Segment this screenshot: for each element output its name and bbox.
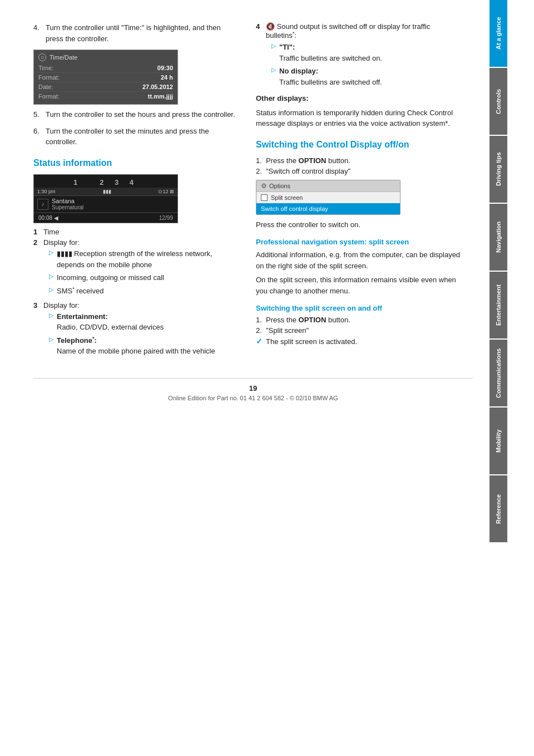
arrow-icon-3-1: ▷ [49, 312, 53, 319]
page-number: 19 [33, 384, 473, 392]
status-track-info: Santana Supernatural [52, 198, 83, 210]
left-column: 4. Turn the controller until "Time:" is … [33, 22, 239, 361]
legend-label-1: Time [43, 228, 59, 236]
ti-label: "TI": [279, 43, 295, 51]
format2-value: tt.mm.jjjj [148, 93, 173, 100]
status-section-title: Status information [33, 158, 239, 169]
sidebar-tab-mobility[interactable]: Mobility [490, 408, 507, 474]
bullet-2-3: ▷ SMS* received [49, 286, 239, 297]
screen-row-date: Date: 27.05.2012 [38, 82, 173, 92]
sidebar-tab-entertainment[interactable]: Entertainment [490, 272, 507, 338]
entertainment-text: Radio, CD/DVD, external devices [57, 323, 164, 331]
pro-nav-p2: On the split screen, this information re… [256, 274, 462, 296]
options-item-split-label: Split screen [271, 194, 303, 201]
bullet-text-2-3: SMS* received [57, 286, 239, 297]
status-signal: ▮▮▮ [103, 189, 111, 194]
entertainment-label: Entertainment: [57, 312, 108, 321]
ti-text: "TI": Traffic bulletins are switched on. [279, 42, 462, 63]
ti-bullet: ▷ "TI": Traffic bulletins are switched o… [271, 42, 462, 63]
step-5-text: Turn the controller to set the hours and… [46, 109, 239, 120]
legend-item-2: 2 Display for: ▷ ▮▮▮▮Reception strength … [33, 238, 239, 298]
nodisplay-label: No display: [279, 67, 318, 75]
track-name: Santana [52, 198, 83, 204]
format1-value: 24 h [161, 74, 173, 81]
date-label: Date: [38, 84, 72, 90]
bullet-3-1: ▷ Entertainment: Radio, CD/DVD, external… [49, 311, 215, 333]
sidebar: At a glance Controls Driving tips Naviga… [490, 0, 507, 756]
track-duration: 00:08 ◀ [38, 215, 58, 221]
nodisplay-text: No display: Traffic bulletins are switch… [279, 66, 462, 87]
other-displays-text: Status information is temporarily hidden… [256, 107, 462, 129]
date-value: 27.05.2012 [142, 84, 173, 90]
legend: 1 Time 2 Display for: ▷ ▮▮▮▮Reception st… [33, 228, 239, 359]
track-num: 12/99 [159, 215, 173, 221]
switch-step-2-text: "Switch off control display" [266, 167, 350, 175]
legend-num-1: 1 [33, 228, 43, 236]
split-step-1-num: 1. [256, 316, 266, 324]
legend-num-2: 2 [33, 238, 43, 247]
switch-step-1-text: Press the OPTION button. [266, 156, 350, 165]
bullet-2-1: ▷ ▮▮▮▮Reception strength of the wireless… [49, 248, 239, 270]
split-screen-subtitle: Switching the split screen on and off [256, 304, 462, 312]
bullet-3-2: ▷ Telephone*: Name of the mobile phone p… [49, 335, 215, 357]
status-bar: 1:30 pm ▮▮▮ ⊙12 ⊠ [34, 188, 177, 196]
time-date-screen: ⊙ Time/Date Time: 09:30 Format: 24 h Dat… [33, 50, 178, 105]
status-bottom: 00:08 ◀ 12/99 [34, 213, 177, 223]
legend-item-3: 3 Display for: ▷ Entertainment: Radio, C… [33, 301, 239, 359]
pro-nav-p1: Additional information, e.g. from the co… [256, 249, 462, 271]
bullet-text-3-1: Entertainment: Radio, CD/DVD, external d… [57, 311, 215, 333]
switch-step-2-num: 2. [256, 167, 266, 175]
screen-row-format1: Format: 24 h [38, 73, 173, 82]
split-step-2-text: "Split screen" [266, 326, 309, 335]
time-value: 09:30 [157, 65, 173, 71]
track-album: Supernatural [52, 204, 83, 210]
arrow-icon-2-1: ▷ [49, 249, 53, 256]
split-step-1: 1. Press the OPTION button. [256, 316, 462, 324]
sidebar-tab-communications[interactable]: Communications [490, 340, 507, 406]
sidebar-tab-driving[interactable]: Driving tips [490, 136, 507, 203]
sidebar-tab-reference[interactable]: Reference [490, 475, 507, 542]
arrow-icon-3-2: ▷ [49, 336, 53, 343]
options-screen: ⚙ Options Split screen Switch off contro… [256, 180, 400, 215]
step-4-text: Turn the controller until "Time:" is hig… [46, 22, 239, 44]
split-step-2-num: 2. [256, 326, 266, 335]
format2-label: Format: [38, 93, 72, 100]
bullet-2-2: ▷ Incoming, outgoing or missed call [49, 272, 239, 283]
arrow-icon-nodisplay: ▷ [271, 66, 276, 73]
status-music-icon: ♪ [37, 199, 48, 210]
bullet-text-3-2: Telephone*: Name of the mobile phone pai… [57, 335, 215, 357]
legend-num-3: 3 [33, 301, 43, 310]
page-footer: 19 Online Edition for Part no. 01 41 2 6… [33, 378, 473, 401]
sidebar-tab-navigation[interactable]: Navigation [490, 204, 507, 271]
split-check-text: The split screen is activated. [266, 337, 357, 346]
screen-row-format2: Format: tt.mm.jjjj [38, 92, 173, 101]
split-step-1-text: Press the OPTION button. [266, 316, 350, 324]
format1-label: Format: [38, 74, 72, 81]
pro-nav-title: Professional navigation system: split sc… [256, 238, 462, 246]
footer-text: Online Edition for Part no. 01 41 2 604 … [33, 395, 473, 401]
status-num1: 1 [73, 178, 100, 186]
signal-icon: ▮▮▮▮ [57, 248, 72, 259]
status-extra: ⊙12 ⊠ [158, 189, 174, 194]
step-4-num: 4. [33, 22, 46, 44]
time-label: Time: [38, 65, 72, 71]
sidebar-tab-at-glance[interactable]: At a glance [490, 0, 507, 67]
switch-step-1: 1. Press the OPTION button. [256, 156, 462, 165]
telephone-label: Telephone*: [57, 336, 97, 345]
screen-header: ⊙ Time/Date [38, 53, 173, 61]
sidebar-tab-controls[interactable]: Controls [490, 68, 507, 135]
press-controller-text: Press the controller to switch on. [256, 219, 462, 230]
screen-title: Time/Date [50, 54, 77, 61]
status-time: 1:30 pm [37, 189, 56, 194]
options-icon: ⚙ [261, 182, 267, 190]
options-item-split: Split screen [256, 192, 400, 203]
options-title: Options [269, 183, 290, 189]
bullet-text-2-2: Incoming, outgoing or missed call [57, 272, 239, 283]
legend-content-3: Display for: ▷ Entertainment: Radio, CD/… [43, 301, 215, 359]
step-6: 6. Turn the controller to set the minute… [33, 126, 239, 148]
legend-label-2: Display for: [43, 238, 80, 247]
clock-icon: ⊙ [38, 53, 46, 61]
split-check: ✓ The split screen is activated. [256, 337, 462, 346]
legend-label-3: Display for: [43, 301, 80, 310]
status-num234: 2 3 4 [100, 178, 138, 186]
